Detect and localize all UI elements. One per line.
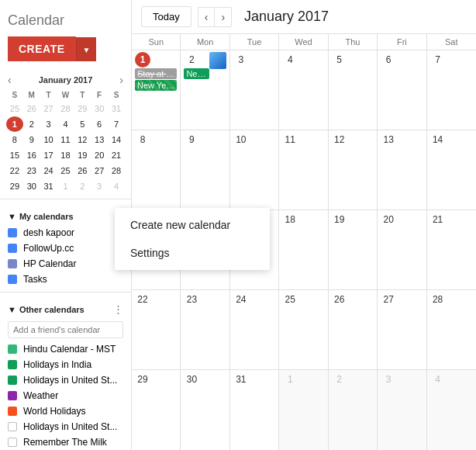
other-calendar-item[interactable]: Holidays in United St... — [0, 372, 131, 388]
mini-cal-day[interactable]: 18 — [57, 147, 74, 163]
settings-item[interactable]: Settings — [115, 239, 270, 267]
calendar-day[interactable]: 14 — [427, 130, 476, 209]
mini-cal-day[interactable]: 11 — [57, 132, 74, 147]
calendar-day[interactable]: 30 — [181, 370, 229, 450]
other-calendar-item[interactable]: Holidays in India — [0, 357, 131, 372]
calendar-day[interactable]: 10 — [230, 130, 279, 209]
mini-cal-day[interactable]: 26 — [74, 163, 91, 178]
mini-cal-day[interactable]: 25 — [6, 101, 23, 116]
mini-cal-day[interactable]: 4 — [108, 178, 125, 194]
mini-cal-prev-button[interactable]: ‹ — [6, 74, 13, 86]
mini-cal-day[interactable]: 31 — [40, 178, 57, 194]
calendar-day[interactable]: 24 — [230, 290, 279, 369]
mini-cal-day[interactable]: 30 — [91, 101, 108, 116]
calendar-day[interactable]: 9 — [181, 130, 229, 209]
calendar-day[interactable]: 12 — [329, 130, 378, 209]
calendar-day[interactable]: 11 — [279, 130, 328, 209]
calendar-day[interactable]: 26 — [329, 290, 378, 369]
calendar-day[interactable]: 27 — [378, 290, 426, 369]
calendar-day[interactable]: 3 — [230, 50, 279, 130]
mini-cal-day[interactable]: 14 — [108, 132, 125, 147]
mini-cal-day[interactable]: 28 — [57, 101, 74, 116]
mini-cal-day[interactable]: 27 — [91, 163, 108, 178]
calendar-day[interactable]: 5 — [329, 50, 378, 130]
mini-cal-day[interactable]: 8 — [6, 132, 23, 147]
calendar-day[interactable]: 18 — [279, 210, 328, 289]
calendar-day[interactable]: 7 — [427, 50, 476, 130]
mini-cal-day[interactable]: 10 — [40, 132, 57, 147]
my-calendar-item[interactable]: Tasks — [0, 272, 131, 287]
mini-cal-day[interactable]: 3 — [91, 178, 108, 194]
mini-cal-day[interactable]: 16 — [23, 147, 40, 163]
mini-cal-day[interactable]: 9 — [23, 132, 40, 147]
mini-cal-title[interactable]: January 2017 — [39, 75, 93, 85]
mini-cal-day[interactable]: 25 — [57, 163, 74, 178]
calendar-event[interactable]: New Year's Day observed — [184, 68, 209, 79]
mini-cal-day[interactable]: 20 — [91, 147, 108, 163]
mini-cal-day[interactable]: 12 — [74, 132, 91, 147]
calendar-day[interactable]: 3 — [378, 370, 426, 450]
other-calendar-item[interactable]: Remember The Milk — [0, 434, 131, 450]
calendar-day[interactable]: 4 — [279, 50, 328, 130]
mini-cal-next-button[interactable]: › — [118, 74, 125, 86]
mini-cal-day[interactable]: 26 — [23, 101, 40, 116]
mini-cal-day[interactable]: 1 — [6, 116, 23, 132]
calendar-day[interactable]: 28 — [427, 290, 476, 369]
mini-cal-day[interactable]: 31 — [108, 101, 125, 116]
mini-cal-day[interactable]: 4 — [57, 116, 74, 132]
my-calendar-item[interactable]: HP Calendar — [0, 256, 131, 272]
calendar-day[interactable]: 4 — [427, 370, 476, 450]
other-calendars-gear-button[interactable]: ⋮ — [113, 303, 123, 315]
next-month-button[interactable]: › — [214, 7, 232, 27]
mini-cal-day[interactable]: 1 — [57, 178, 74, 194]
calendar-event[interactable]: Stay at ███████ Mounta... — [135, 68, 177, 79]
calendar-day[interactable]: 6 — [378, 50, 426, 130]
calendar-day[interactable]: 31 — [230, 370, 279, 450]
mini-cal-day[interactable]: 21 — [108, 147, 125, 163]
calendar-event[interactable]: New Year's Day — [135, 80, 177, 91]
mini-cal-day[interactable]: 13 — [91, 132, 108, 147]
calendar-day[interactable]: 1 — [279, 370, 328, 450]
calendar-day[interactable]: 2New Year's Day observed — [181, 50, 229, 130]
mini-cal-day[interactable]: 2 — [74, 178, 91, 194]
my-calendar-item[interactable]: FollowUp.cc — [0, 241, 131, 256]
mini-cal-day[interactable]: 27 — [40, 101, 57, 116]
calendar-day[interactable]: 25 — [279, 290, 328, 369]
mini-cal-day[interactable]: 29 — [6, 178, 23, 194]
mini-cal-day[interactable]: 28 — [108, 163, 125, 178]
calendar-day[interactable]: 21 — [427, 210, 476, 289]
mini-cal-day[interactable]: 6 — [91, 116, 108, 132]
create-dropdown-button[interactable]: ▼ — [76, 37, 97, 61]
calendar-day[interactable]: 23 — [181, 290, 229, 369]
calendar-day[interactable]: 29 — [132, 370, 181, 450]
mini-cal-day[interactable]: 3 — [40, 116, 57, 132]
mini-cal-day[interactable]: 23 — [23, 163, 40, 178]
other-calendar-item[interactable]: Weather — [0, 388, 131, 403]
mini-cal-day[interactable]: 30 — [23, 178, 40, 194]
my-calendars-section-header[interactable]: ▼ My calendars ⋮ — [0, 204, 131, 225]
mini-cal-day[interactable]: 2 — [23, 116, 40, 132]
other-calendar-item[interactable]: Hindu Calendar - MST — [0, 341, 131, 357]
today-button[interactable]: Today — [141, 6, 191, 27]
create-button[interactable]: CREATE — [8, 36, 76, 61]
calendar-day[interactable]: 13 — [378, 130, 426, 209]
calendar-day[interactable]: 1Stay at ███████ Mounta...New Year's Day — [132, 50, 181, 130]
calendar-day[interactable]: 19 — [329, 210, 378, 289]
other-calendars-section-header[interactable]: ▼ Other calendars ⋮ — [0, 297, 131, 318]
prev-month-button[interactable]: ‹ — [198, 7, 215, 27]
calendar-day[interactable]: 8 — [132, 130, 181, 209]
mini-cal-day[interactable]: 22 — [6, 163, 23, 178]
mini-cal-day[interactable]: 19 — [74, 147, 91, 163]
mini-cal-day[interactable]: 17 — [40, 147, 57, 163]
mini-cal-day[interactable]: 15 — [6, 147, 23, 163]
calendar-day[interactable]: 2 — [329, 370, 378, 450]
calendar-day[interactable]: 22 — [132, 290, 181, 369]
other-calendar-item[interactable]: World Holidays — [0, 403, 131, 419]
mini-cal-day[interactable]: 5 — [74, 116, 91, 132]
create-new-calendar-item[interactable]: Create new calendar — [115, 211, 270, 239]
calendar-day[interactable]: 20 — [378, 210, 426, 289]
mini-cal-day[interactable]: 7 — [108, 116, 125, 132]
mini-cal-day[interactable]: 29 — [74, 101, 91, 116]
other-calendar-item[interactable]: Holidays in United St... — [0, 419, 131, 434]
mini-cal-day[interactable]: 24 — [40, 163, 57, 178]
